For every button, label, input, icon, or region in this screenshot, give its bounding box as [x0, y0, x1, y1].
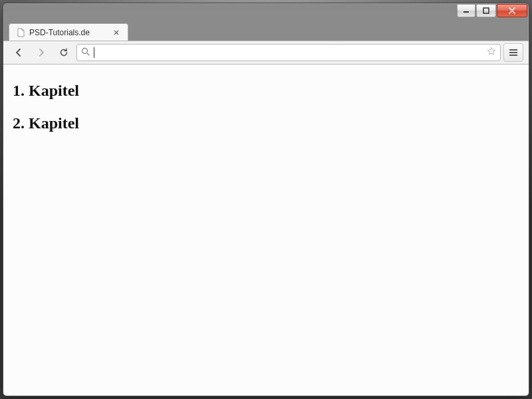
bookmark-star-icon[interactable]	[487, 47, 496, 59]
svg-point-2	[82, 49, 88, 54]
address-input[interactable]	[98, 45, 483, 61]
svg-rect-4	[509, 52, 517, 53]
address-bar[interactable]	[76, 44, 501, 61]
svg-rect-5	[509, 55, 517, 56]
arrow-left-icon	[13, 47, 24, 58]
close-icon	[508, 7, 516, 14]
reload-icon	[59, 47, 69, 58]
tab-title: PSD-Tutorials.de	[29, 28, 90, 37]
search-icon	[81, 47, 90, 59]
svg-rect-0	[464, 11, 469, 13]
menu-button[interactable]	[503, 43, 523, 62]
reload-button[interactable]	[54, 43, 74, 62]
browser-tab[interactable]: PSD-Tutorials.de	[9, 23, 128, 41]
window-controls	[457, 4, 527, 21]
tab-strip: PSD-Tutorials.de	[3, 21, 529, 41]
svg-rect-1	[483, 8, 489, 13]
text-cursor	[94, 47, 94, 58]
close-icon	[114, 30, 119, 35]
hamburger-icon	[509, 49, 518, 57]
minimize-button[interactable]	[457, 4, 475, 17]
minimize-icon	[463, 7, 469, 14]
browser-window: PSD-Tutorials.de	[3, 3, 529, 396]
maximize-icon	[483, 7, 489, 14]
arrow-right-icon	[36, 47, 47, 58]
heading-1: 1. Kapitel	[13, 82, 519, 100]
heading-2: 2. Kapitel	[13, 114, 519, 132]
browser-toolbar	[3, 41, 529, 65]
maximize-button[interactable]	[476, 4, 496, 17]
svg-rect-3	[509, 49, 517, 51]
close-button[interactable]	[497, 4, 527, 17]
tab-close-button[interactable]	[112, 28, 121, 37]
window-titlebar[interactable]	[3, 3, 529, 21]
page-icon	[16, 28, 25, 37]
back-button[interactable]	[9, 43, 29, 62]
forward-button[interactable]	[31, 43, 51, 62]
page-content: 1. Kapitel 2. Kapitel	[3, 65, 529, 396]
